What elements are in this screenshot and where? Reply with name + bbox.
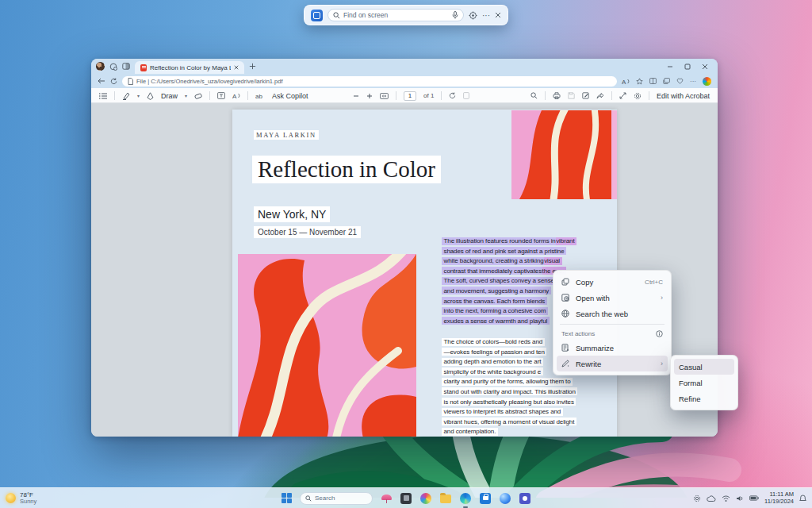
new-tab-icon[interactable]	[249, 63, 256, 70]
gear-icon[interactable]	[693, 495, 701, 502]
taskbar-search-input[interactable]	[315, 495, 362, 502]
battery-icon[interactable]	[749, 495, 759, 501]
print-icon[interactable]	[553, 92, 561, 99]
taskbar-app-file-explorer[interactable]	[439, 492, 452, 505]
menu-item-label: Copy	[576, 278, 638, 287]
submenu-item-formal[interactable]: Formal	[674, 375, 734, 391]
tab-actions-icon[interactable]	[122, 63, 130, 70]
profile-avatar[interactable]	[96, 62, 105, 71]
ask-copilot-button[interactable]: Ask Copilot	[272, 92, 308, 100]
read-aloud-icon[interactable]: A	[622, 78, 630, 85]
minimize-icon[interactable]	[667, 64, 673, 70]
more-icon[interactable]: ···	[482, 11, 490, 20]
browser-titlebar: Reflection in Color by Maya Lark...	[91, 59, 718, 74]
read-aloud-icon[interactable]: A	[232, 92, 240, 99]
chevron-down-icon[interactable]: ▾	[185, 93, 187, 98]
copy-icon	[561, 278, 569, 286]
doc-text-line[interactable]: white background, creating a striking vi…	[442, 252, 600, 262]
close-icon[interactable]	[495, 12, 501, 18]
microphone-icon[interactable]	[452, 11, 458, 19]
split-screen-icon[interactable]	[649, 78, 657, 84]
clock[interactable]: 11:11 AM 11/19/2024	[764, 491, 794, 505]
sun-icon	[6, 493, 16, 503]
chevron-down-icon[interactable]: ▾	[137, 93, 140, 98]
taskbar-app-widgets[interactable]	[400, 492, 412, 505]
back-icon[interactable]	[98, 78, 105, 84]
page-icon	[128, 78, 133, 85]
fullscreen-icon[interactable]	[619, 92, 626, 99]
taskbar-weather-widget[interactable]: 78°F Sunny	[6, 491, 36, 505]
taskbar-app-teams[interactable]	[519, 492, 531, 505]
zoom-out-icon[interactable]	[353, 93, 359, 99]
bell-icon[interactable]	[799, 495, 806, 502]
submenu-item-casual[interactable]: Casual	[674, 359, 734, 375]
maximize-icon[interactable]	[684, 64, 691, 70]
draw-label[interactable]: Draw	[161, 92, 178, 100]
taskbar-app-umbrella[interactable]	[380, 492, 393, 505]
find-search-field[interactable]	[327, 9, 464, 21]
wifi-icon[interactable]	[722, 495, 730, 502]
search-icon[interactable]	[530, 92, 538, 99]
doc-text-line[interactable]: The illustration features rounded forms …	[442, 232, 600, 242]
draw-pen-icon[interactable]	[147, 92, 154, 100]
pdf-toolbar: ▾ Draw ▾ A ab Ask Copilot of 1	[91, 88, 718, 103]
share-icon[interactable]	[596, 92, 604, 99]
browser-tab-active[interactable]: Reflection in Color by Maya Lark...	[135, 61, 244, 74]
taskbar-app-copilot[interactable]	[499, 492, 511, 505]
submenu-item-refine[interactable]: Refine	[674, 391, 734, 406]
menu-item-label: Open with	[576, 294, 654, 302]
globe-icon	[561, 310, 569, 318]
more-icon[interactable]: ···	[690, 78, 696, 85]
info-icon[interactable]	[656, 330, 663, 337]
url-text: File | C:/Users/Onedrive/s_uza/lovegived…	[136, 78, 283, 85]
svg-text:A: A	[232, 93, 237, 99]
gear-icon[interactable]	[634, 92, 642, 100]
zoom-in-icon[interactable]	[366, 93, 373, 99]
page-number-input[interactable]	[404, 91, 416, 101]
open-with-icon	[561, 294, 569, 302]
menu-item-open-with[interactable]: Open with›	[557, 290, 668, 306]
start-button[interactable]	[281, 492, 293, 504]
rotate-icon[interactable]	[449, 92, 456, 99]
menu-item-rewrite[interactable]: Rewrite›	[557, 356, 668, 371]
contents-icon[interactable]	[99, 93, 107, 99]
system-tray: 11:11 AM 11/19/2024	[693, 491, 806, 505]
taskbar-search[interactable]	[300, 492, 373, 505]
highlighter-icon[interactable]	[122, 92, 130, 100]
text-box-icon[interactable]	[217, 92, 225, 99]
favorite-star-icon[interactable]	[636, 78, 643, 85]
address-bar[interactable]: File | C:/Users/Onedrive/s_uza/lovegived…	[122, 76, 617, 87]
cloud-icon[interactable]	[707, 495, 716, 502]
close-icon[interactable]	[702, 64, 708, 70]
menu-item-search-web[interactable]: Search the web	[557, 306, 668, 321]
essentials-icon[interactable]	[676, 78, 684, 84]
lens-settings-icon[interactable]	[469, 11, 477, 20]
find-input[interactable]	[343, 11, 449, 19]
svg-text:A: A	[622, 79, 626, 85]
menu-section-text-actions: Text actions	[557, 327, 668, 340]
refresh-icon[interactable]	[110, 78, 117, 85]
volume-icon[interactable]	[736, 495, 744, 502]
desktop-wallpaper: ··· Reflection in Color by Maya Lark...	[0, 0, 812, 508]
menu-item-copy[interactable]: CopyCtrl+C	[557, 274, 668, 290]
menu-item-label: Search the web	[576, 310, 663, 318]
doc-dates: October 15 — November 21	[254, 226, 361, 238]
svg-text:ab: ab	[255, 93, 262, 100]
summarize-icon	[561, 344, 569, 352]
address-bar-row: File | C:/Users/Onedrive/s_uza/lovegived…	[91, 74, 718, 88]
text-format-icon[interactable]: ab	[255, 92, 265, 99]
tab-title: Reflection in Color by Maya Lark...	[150, 64, 231, 71]
taskbar-app-edge[interactable]	[459, 492, 472, 505]
workspaces-icon[interactable]	[109, 63, 117, 71]
doc-author: MAYA LARKIN	[254, 130, 319, 140]
copilot-icon[interactable]	[703, 77, 711, 86]
fit-width-icon[interactable]	[380, 93, 389, 99]
taskbar-app-store[interactable]	[479, 492, 492, 505]
edit-pen-icon[interactable]	[582, 92, 589, 99]
collections-icon[interactable]	[663, 78, 670, 84]
eraser-icon[interactable]	[194, 92, 202, 99]
edit-with-acrobat-button[interactable]: Edit with Acrobat	[657, 92, 710, 100]
taskbar-app-photos[interactable]	[419, 492, 432, 505]
menu-item-summarize[interactable]: Summarize	[557, 340, 668, 356]
tab-close-icon[interactable]	[234, 65, 239, 70]
